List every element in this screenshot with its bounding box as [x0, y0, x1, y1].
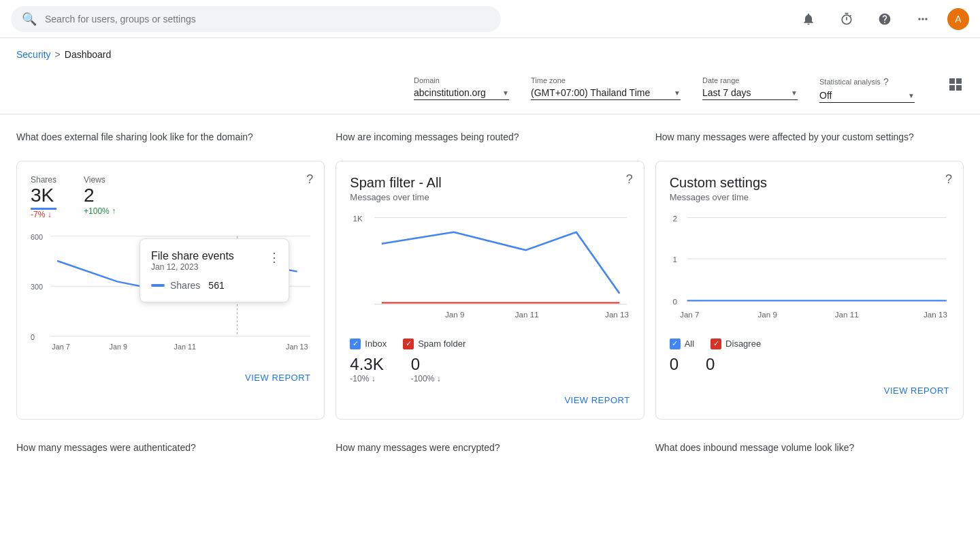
statanalysis-dropdown-arrow: ▼	[908, 92, 915, 99]
spamfolder-legend-item: ✓ Spam folder	[403, 339, 466, 349]
domain-filter: Domain abcinstitution.org ▼	[414, 76, 509, 100]
bottom-label1: How many messages were authenticated?	[16, 441, 325, 455]
breadcrumb-separator: >	[55, 49, 61, 60]
statanalysis-help-icon[interactable]: ?	[883, 76, 889, 87]
help-icon[interactable]	[871, 5, 898, 33]
notifications-icon[interactable]	[795, 5, 822, 33]
all-total: 0	[670, 355, 679, 374]
search-icon: 🔍	[22, 12, 37, 27]
card1-view-report-row: VIEW REPORT	[31, 372, 310, 383]
domain-select[interactable]: abcinstitution.org ▼	[414, 87, 509, 100]
daterange-value: Last 7 days	[702, 87, 751, 98]
search-box[interactable]: 🔍	[11, 6, 501, 32]
card2-view-report-button[interactable]: VIEW REPORT	[564, 395, 630, 405]
svg-text:Jan 7: Jan 7	[680, 309, 699, 318]
card2-totals-row: 4.3K -10% ↓ 0 -100% ↓	[350, 355, 630, 383]
card2-legend-row: ✓ Inbox ✓ Spam folder	[350, 339, 630, 349]
bottom-label2: How many messages were encrypted?	[336, 441, 644, 455]
svg-text:1K: 1K	[353, 213, 363, 222]
svg-text:Jan 11: Jan 11	[174, 343, 196, 351]
card3-legend-row: ✓ All ✓ Disagree	[670, 339, 949, 349]
card2-footer: ✓ Inbox ✓ Spam folder 4.3K -10% ↓ 0	[350, 339, 630, 383]
custom-settings-card: Custom settings Messages over time ? 2 1…	[655, 161, 964, 420]
bottom-section-labels: How many messages were authenticated? Ho…	[16, 441, 964, 460]
svg-text:1: 1	[672, 255, 676, 264]
card1-help-icon[interactable]: ?	[306, 172, 313, 187]
topbar: 🔍 A	[0, 0, 980, 38]
tooltip-shares-value: 561	[208, 280, 224, 291]
card1-view-report-button[interactable]: VIEW REPORT	[245, 373, 310, 383]
disagree-legend-item: ✓ Disagree	[710, 339, 761, 349]
all-checkbox[interactable]: ✓	[670, 339, 681, 349]
svg-text:600: 600	[31, 232, 43, 240]
tooltip-date: Jan 12, 2023	[151, 262, 278, 272]
apps-icon[interactable]	[909, 5, 936, 33]
tooltip-dot	[151, 284, 165, 287]
main-content: What does external file sharing look lik…	[0, 114, 980, 476]
svg-text:2: 2	[672, 213, 676, 222]
timer-icon[interactable]	[833, 5, 860, 33]
svg-text:Jan 13: Jan 13	[605, 309, 629, 318]
statanalysis-select[interactable]: Off ▼	[819, 90, 915, 103]
shares-label: Shares	[31, 175, 56, 185]
inbox-legend-label: Inbox	[365, 339, 387, 349]
spamfolder-total-change: -100% ↓	[411, 374, 441, 383]
breadcrumb-security-link[interactable]: Security	[16, 49, 51, 60]
timezone-value: (GMT+07:00) Thailand Time	[531, 87, 650, 98]
spamfolder-total-value: 0	[411, 355, 441, 374]
views-value: 2	[84, 185, 116, 206]
svg-text:Jan 11: Jan 11	[834, 309, 858, 318]
card2-help-icon[interactable]: ?	[626, 172, 633, 187]
inbox-checkbox[interactable]: ✓	[350, 339, 361, 349]
card2-subtitle: Messages over time	[350, 192, 630, 202]
card2-section-label: How are incoming messages being routed?	[336, 131, 644, 144]
domain-value: abcinstitution.org	[414, 87, 486, 98]
card3-totals-row: 0 0	[670, 355, 949, 374]
svg-text:Jan 11: Jan 11	[515, 309, 539, 318]
svg-text:300: 300	[31, 283, 43, 291]
card2-title: Spam filter - All	[350, 175, 630, 191]
topbar-icons: A	[795, 5, 969, 33]
daterange-filter: Date range Last 7 days ▼	[702, 76, 798, 100]
cards-row: ? Shares 3K -7% ↓ Views 2 +100% ↑ 600 30…	[16, 161, 964, 420]
shares-value: 3K	[31, 185, 56, 210]
svg-text:Jan 7: Jan 7	[52, 343, 69, 351]
statanalysis-filter: Statistical analysis ? Off ▼	[819, 76, 915, 103]
card3-title: Custom settings	[670, 175, 949, 191]
inbox-total-change: -10% ↓	[350, 374, 383, 383]
tooltip-more-icon[interactable]: ⋮	[268, 250, 280, 265]
file-share-chart-area: 600 300 0 Jan 7	[31, 225, 310, 361]
statanalysis-label: Statistical analysis	[819, 78, 881, 86]
section-labels-row: What does external file sharing look lik…	[16, 131, 964, 150]
tooltip-shares-label: Shares	[170, 280, 200, 291]
card3-section-label: How many messages were affected by your …	[655, 131, 964, 144]
card3-help-icon[interactable]: ?	[945, 172, 952, 187]
timezone-dropdown-arrow: ▼	[674, 89, 681, 97]
inbox-total: 4.3K -10% ↓	[350, 355, 383, 383]
breadcrumb-current: Dashboard	[65, 49, 112, 60]
bottom-label3: What does inbound message volume look li…	[655, 441, 964, 455]
spamfolder-checkbox[interactable]: ✓	[403, 339, 414, 349]
card3-view-report-button[interactable]: VIEW REPORT	[884, 386, 949, 396]
file-sharing-card: ? Shares 3K -7% ↓ Views 2 +100% ↑ 600 30…	[16, 161, 325, 420]
all-legend-label: All	[685, 339, 694, 349]
daterange-select[interactable]: Last 7 days ▼	[702, 87, 798, 100]
svg-text:0: 0	[672, 296, 677, 305]
tooltip-title: File share events	[151, 250, 278, 262]
shares-stat: Shares 3K -7% ↓	[31, 175, 56, 219]
domain-dropdown-arrow: ▼	[502, 89, 509, 97]
breadcrumb: Security > Dashboard	[0, 38, 980, 71]
disagree-total: 0	[706, 355, 715, 374]
timezone-filter: Time zone (GMT+07:00) Thailand Time ▼	[531, 76, 681, 100]
domain-label: Domain	[414, 76, 509, 84]
spamfolder-total: 0 -100% ↓	[411, 355, 441, 383]
search-input[interactable]	[45, 14, 490, 25]
custom-chart-area: 2 1 0 Jan 7 Jan 9 Jan 11 Jan 13	[670, 210, 949, 333]
disagree-checkbox[interactable]: ✓	[710, 339, 721, 349]
avatar[interactable]: A	[947, 8, 969, 30]
timezone-select[interactable]: (GMT+07:00) Thailand Time ▼	[531, 87, 681, 100]
grid-view-button[interactable]	[947, 76, 964, 96]
file-share-tooltip: ⋮ File share events Jan 12, 2023 Shares …	[140, 238, 289, 302]
card3-subtitle: Messages over time	[670, 192, 949, 202]
daterange-label: Date range	[702, 76, 798, 84]
